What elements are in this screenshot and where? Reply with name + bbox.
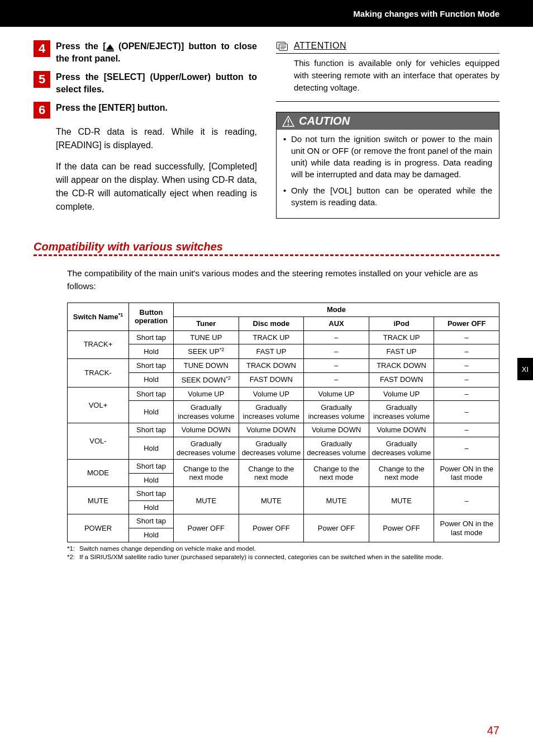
step-text: Press the [ENTER] button. [56,102,257,114]
page-number: 47 [487,724,499,737]
th-mode: Mode [174,303,499,317]
cell: – [434,344,499,359]
cell: – [304,330,369,344]
cell-op: Hold [129,344,174,359]
cell: Gradually decreases volume [239,437,304,459]
footnotes: *1: Switch names change depending on veh… [34,545,499,562]
cell: Power ON in the last mode [434,514,499,542]
cell-switch: VOL- [68,423,129,460]
step-6: 6 Press the [ENTER] button. [34,102,257,119]
cell: Gradually increases volume [174,401,239,423]
th-sup: *1 [118,312,123,318]
cell: Change to the next mode [369,460,434,487]
cell-switch: POWER [68,514,129,542]
cell-switch: MUTE [68,487,129,514]
cell: – [304,372,369,387]
fn-text: Switch names change depending on vehicle… [79,545,499,554]
step-4: 4 Press the [ (OPEN/EJECT)] button to cl… [34,40,257,64]
cell: – [434,487,499,514]
dashed-rule [34,254,499,256]
table-row: MUTE Short tap MUTE MUTE MUTE MUTE – [68,487,499,501]
cell-sup: *2 [226,375,231,381]
footnote-2: *2: If a SIRIUS/XM satellite radio tuner… [67,553,499,562]
step-explain-2: If the data can be read successfully, [C… [56,160,257,214]
compat-table: Switch Name*1 Button operation Mode Tune… [67,303,499,542]
cell-op: Short tap [129,487,174,501]
th-aux: AUX [304,316,369,330]
step-text: Press the [ (OPEN/EJECT)] button to clos… [56,40,257,64]
step-explain-1: The CD-R data is read. While it is readi… [56,125,257,152]
header-title: Making changes with Function Mode [353,9,499,18]
cell-text: SEEK DOWN [182,376,226,384]
step-number: 5 [34,71,50,88]
cell: Power OFF [369,514,434,542]
cell: Gradually decreases volume [174,437,239,459]
cell-op: Short tap [129,514,174,528]
compat-intro: The compatibility of the main unit's var… [34,267,499,292]
table-row: VOL- Short tap Volume DOWN Volume DOWN V… [68,423,499,437]
cell: MUTE [369,487,434,514]
cell: – [434,372,499,387]
fn-mark: *1: [67,545,79,554]
cell: – [434,423,499,437]
cell: Volume UP [174,387,239,401]
cell: Power OFF [239,514,304,542]
cell: TUNE UP [174,330,239,344]
cell-op: Short tap [129,423,174,437]
cell: – [434,359,499,373]
eject-icon [106,44,114,50]
cell: Volume UP [239,387,304,401]
cell: FAST UP [369,344,434,359]
cell: Volume UP [369,387,434,401]
cell-op: Hold [129,473,174,487]
cell: TRACK UP [239,330,304,344]
svg-point-7 [288,124,289,125]
table-row: TRACK+ Short tap TUNE UP TRACK UP – TRAC… [68,330,499,344]
cell-op: Short tap [129,359,174,373]
divider [276,101,499,102]
caution-item: Do not turn the ignition switch or power… [283,133,492,180]
cell: Power ON in the last mode [434,460,499,487]
cell: FAST DOWN [369,372,434,387]
th-disc: Disc mode [239,316,304,330]
cell-op: Short tap [129,330,174,344]
cell: Gradually decreases volume [304,437,369,459]
cell: Gradually increases volume [239,401,304,423]
fn-mark: *2: [67,553,79,562]
step-number: 6 [34,102,50,119]
table-row: Hold SEEK UP*2 FAST UP – FAST UP – [68,344,499,359]
table-row: Hold Gradually decreases volume Graduall… [68,437,499,459]
cell: Volume UP [304,387,369,401]
left-column: 4 Press the [ (OPEN/EJECT)] button to cl… [34,40,257,221]
step-text-before: Press the [ [56,41,106,51]
cell: Power OFF [174,514,239,542]
cell: MUTE [174,487,239,514]
cell: MUTE [304,487,369,514]
table-row: POWER Short tap Power OFF Power OFF Powe… [68,514,499,528]
cell: TRACK UP [369,330,434,344]
table-row: VOL+ Short tap Volume UP Volume UP Volum… [68,387,499,401]
attention-head: ATTENTION [276,40,499,54]
cell: TUNE DOWN [174,359,239,373]
section-title: Compatibility with various switches [34,240,499,253]
table-row: Hold Gradually increases volume Graduall… [68,401,499,423]
cell-switch: VOL+ [68,387,129,423]
warning-icon [282,116,294,127]
cell: SEEK UP*2 [174,344,239,359]
table-header-row: Switch Name*1 Button operation Mode [68,303,499,317]
attention-title: ATTENTION [294,41,346,51]
step-number: 4 [34,40,50,57]
th-tuner: Tuner [174,316,239,330]
fn-text: If a SIRIUS/XM satellite radio tuner (pu… [79,553,499,562]
caution-box: CAUTION Do not turn the ignition switch … [276,112,499,219]
cell: TRACK DOWN [369,359,434,373]
memo-icon [276,40,291,51]
th-ipod: iPod [369,316,434,330]
cell: Gradually increases volume [369,401,434,423]
cell: Gradually decreases volume [369,437,434,459]
th-switch-name: Switch Name*1 [68,303,129,330]
th-button-op: Button operation [129,303,174,330]
caution-item: Only the [VOL] button can be operated wh… [283,185,492,208]
cell-switch: MODE [68,460,129,487]
cell-op: Short tap [129,387,174,401]
